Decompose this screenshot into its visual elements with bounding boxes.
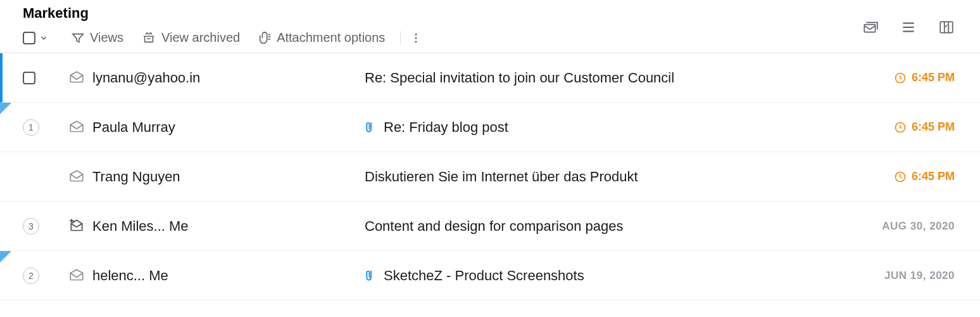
svg-point-4 bbox=[415, 37, 417, 39]
time-text: 6:45 PM bbox=[912, 170, 955, 183]
subject: SketcheZ - Product Screenshots bbox=[365, 268, 853, 284]
clock-icon bbox=[894, 72, 907, 84]
envelope-icon bbox=[61, 169, 92, 185]
stacked-mail-icon[interactable] bbox=[862, 19, 879, 36]
email-row[interactable]: 1Paula MurrayRe: Friday blog post6:45 PM bbox=[0, 103, 980, 152]
email-row[interactable]: Trang NguyenDiskutieren Sie im Internet … bbox=[0, 152, 980, 202]
flag-indicator bbox=[0, 103, 11, 114]
funnel-icon bbox=[71, 31, 85, 45]
envelope-icon bbox=[61, 268, 92, 284]
views-button[interactable]: Views bbox=[71, 30, 123, 45]
reply-icon bbox=[61, 218, 92, 235]
subject-text: Re: Friday blog post bbox=[384, 119, 508, 136]
thread-count-badge: 2 bbox=[23, 268, 39, 284]
email-row[interactable]: 3Ken Miles... MeContent and design for c… bbox=[0, 202, 980, 251]
checkbox-icon bbox=[23, 32, 35, 44]
chevron-down-icon bbox=[39, 34, 48, 42]
envelope-icon bbox=[61, 70, 92, 86]
sender: Trang Nguyen bbox=[92, 169, 365, 185]
checkbox-icon bbox=[23, 72, 35, 84]
folder-header: Marketing Views View archived bbox=[0, 0, 980, 53]
more-menu-button[interactable] bbox=[410, 32, 422, 44]
envelope-icon bbox=[61, 119, 92, 136]
view-archived-button[interactable]: View archived bbox=[141, 30, 240, 45]
svg-point-5 bbox=[415, 41, 417, 42]
clock-icon bbox=[894, 171, 907, 183]
folder-title: Marketing bbox=[23, 5, 980, 22]
sender: Ken Miles... Me bbox=[92, 218, 365, 235]
time-text: AUG 30, 2020 bbox=[882, 220, 955, 233]
svg-rect-10 bbox=[940, 22, 953, 32]
email-row[interactable]: 2helenc... MeSketcheZ - Product Screensh… bbox=[0, 251, 980, 301]
subject: Content and design for comparison pages bbox=[365, 218, 853, 235]
kebab-icon bbox=[410, 32, 422, 44]
sender: lynanu@yahoo.in bbox=[92, 70, 365, 86]
time-text: 6:45 PM bbox=[912, 71, 955, 84]
subject-text: SketcheZ - Product Screenshots bbox=[384, 268, 584, 284]
list-view-icon[interactable] bbox=[900, 19, 917, 36]
subject-text: Content and design for comparison pages bbox=[365, 218, 623, 235]
email-row[interactable]: lynanu@yahoo.inRe: Special invitation to… bbox=[0, 53, 980, 103]
svg-point-3 bbox=[415, 33, 417, 35]
time-text: JUN 19, 2020 bbox=[884, 269, 955, 282]
toolbar: Views View archived Attachment options bbox=[0, 30, 980, 53]
flag-indicator bbox=[0, 251, 11, 262]
row-selector[interactable]: 3 bbox=[23, 218, 61, 235]
sender: helenc... Me bbox=[92, 268, 365, 284]
subject: Re: Friday blog post bbox=[365, 119, 853, 136]
row-selector[interactable] bbox=[23, 72, 61, 84]
view-archived-label: View archived bbox=[161, 30, 240, 45]
timestamp: 6:45 PM bbox=[853, 170, 980, 183]
email-list: lynanu@yahoo.inRe: Special invitation to… bbox=[0, 53, 980, 301]
thread-count-badge: 1 bbox=[23, 119, 39, 136]
clock-icon bbox=[894, 121, 907, 134]
separator bbox=[400, 31, 401, 45]
attachment-options-button[interactable]: Attachment options bbox=[258, 30, 385, 45]
archive-icon bbox=[141, 31, 156, 45]
columns-icon[interactable] bbox=[938, 19, 955, 36]
views-label: Views bbox=[90, 30, 123, 45]
timestamp: JUN 19, 2020 bbox=[853, 269, 980, 282]
subject-text: Diskutieren Sie im Internet über das Pro… bbox=[365, 169, 638, 185]
view-switcher bbox=[862, 19, 955, 36]
thread-count-badge: 3 bbox=[23, 218, 39, 235]
subject: Diskutieren Sie im Internet über das Pro… bbox=[365, 169, 853, 185]
attachment-icon bbox=[365, 120, 377, 135]
attachment-icon bbox=[365, 268, 377, 283]
paperclip-icon bbox=[258, 31, 272, 45]
svg-rect-6 bbox=[864, 25, 875, 32]
row-selector[interactable]: 1 bbox=[23, 119, 61, 136]
sender: Paula Murray bbox=[92, 119, 365, 136]
time-text: 6:45 PM bbox=[912, 120, 955, 134]
timestamp: 6:45 PM bbox=[853, 120, 980, 134]
subject: Re: Special invitation to join our Custo… bbox=[365, 70, 853, 86]
attachment-options-label: Attachment options bbox=[277, 30, 385, 45]
row-selector[interactable]: 2 bbox=[23, 268, 61, 284]
select-all[interactable] bbox=[23, 32, 48, 44]
timestamp: AUG 30, 2020 bbox=[853, 220, 980, 233]
timestamp: 6:45 PM bbox=[853, 71, 980, 84]
subject-text: Re: Special invitation to join our Custo… bbox=[365, 70, 674, 86]
